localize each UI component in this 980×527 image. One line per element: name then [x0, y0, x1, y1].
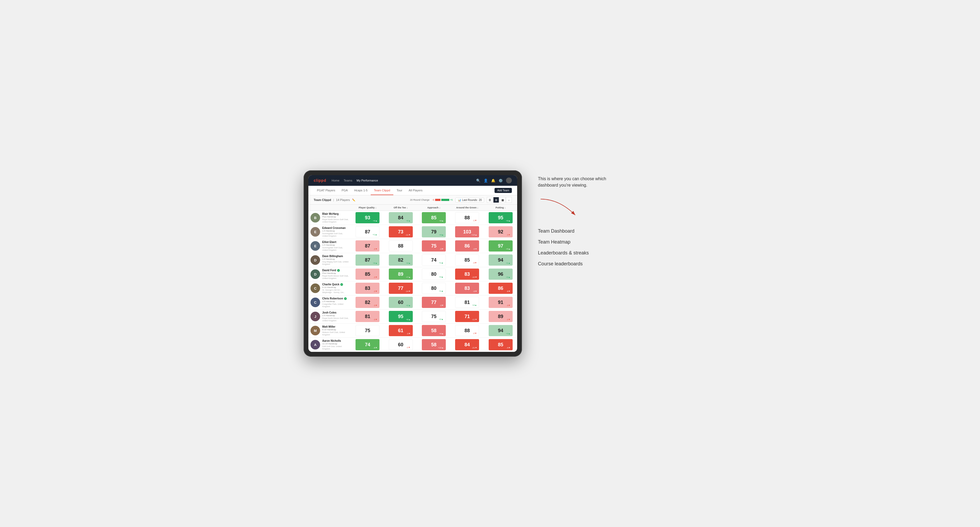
nav-my-performance[interactable]: My Performance [356, 178, 378, 183]
player-name[interactable]: Blair McHarg [322, 213, 349, 215]
avatar[interactable] [506, 178, 512, 183]
tablet-screen: clippd Home Teams My Performance 🔍 👤 🔔 ⚙… [309, 175, 517, 352]
stat-value: 87 [365, 243, 370, 248]
stat-cell-0-4: 95+9▲ [484, 211, 517, 225]
stat-box: 89-2▼ [488, 311, 513, 322]
stat-value: 103 [463, 229, 471, 234]
stat-change: -2▼ [473, 332, 477, 335]
annotation-description: This is where you can choose which dashb… [538, 176, 618, 189]
col-around-green[interactable]: Around the Green ↓ [450, 205, 484, 211]
player-cell-4: DDavid Ford✓Plus HandicapRoyal North Dev… [309, 267, 351, 281]
stat-cell-1-4: 92-3▼ [484, 225, 517, 239]
table-header-row: Player Quality ↓ Off the Tee ↓ Approach … [309, 205, 517, 211]
subnav-pgat[interactable]: PGAT Players [314, 186, 339, 195]
stat-value: 94 [498, 258, 503, 262]
col-off-tee[interactable]: Off the Tee ↓ [384, 205, 417, 211]
player-handicap: Plus Handicap [322, 216, 349, 218]
player-name[interactable]: Charlie Quick✓ [322, 283, 349, 286]
stat-change: -14▼ [405, 290, 410, 292]
stat-cell-3-1: 82+4▲ [384, 253, 417, 267]
player-club: Sunningdale Golf Club, United Kingdom [322, 246, 349, 251]
nav-teams[interactable]: Teams [344, 178, 352, 183]
stat-box: 95+9▲ [488, 212, 513, 223]
view-list-button[interactable]: ☰ [487, 197, 493, 203]
player-cell-5: CCharlie Quick✓6-10 HandicapSt. George's… [309, 281, 351, 295]
stat-change: -6▼ [473, 248, 477, 250]
stat-cell-8-3: 88-2▼ [450, 324, 484, 338]
player-club: Royal North Devon Golf Club, United King… [322, 317, 349, 322]
stat-box: 82-3▼ [355, 297, 379, 308]
stat-cell-3-2: 74+1▲ [417, 253, 450, 267]
edit-icon[interactable]: ✏️ [352, 198, 355, 202]
col-player-quality[interactable]: Player Quality ↓ [351, 205, 384, 211]
stat-value: 83 [465, 272, 470, 276]
table-row: AAaron Nicholls11-15 HandicapDrift Golf … [309, 338, 517, 352]
subnav-tour[interactable]: Tour [393, 186, 405, 195]
player-info: Chris Robertson✓1-5 HandicapCraigmillar … [322, 297, 349, 308]
view-export-button[interactable]: ↓ [506, 197, 512, 203]
add-team-button[interactable]: Add Team [495, 188, 512, 193]
stat-change: -3▼ [506, 234, 511, 236]
verified-badge: ✓ [337, 269, 340, 272]
stat-cell-1-2: 79+9▲ [417, 225, 450, 239]
stat-change: +8▲ [439, 220, 444, 222]
logo[interactable]: clippd [314, 178, 326, 183]
stat-value: 60 [398, 342, 403, 347]
player-name[interactable]: Elliot Ebert [322, 241, 349, 243]
verified-badge: ✓ [340, 283, 343, 286]
stat-box: 91-3▼ [488, 297, 513, 308]
stat-cell-0-1: 84+6▲ [384, 211, 417, 225]
player-name[interactable]: Dave Billingham [322, 255, 349, 258]
settings-icon[interactable]: ⚙️ [498, 179, 503, 183]
stat-value: 95 [398, 314, 403, 319]
player-name[interactable]: Chris Robertson✓ [322, 297, 349, 300]
last-rounds-button[interactable]: 📊 Last Rounds: 20 [455, 197, 484, 203]
player-name[interactable]: Edward Crossman [322, 227, 349, 229]
col-putting[interactable]: Putting ↓ [484, 205, 517, 211]
stat-cell-2-4: 97+5▲ [484, 239, 517, 253]
stat-change: +6▲ [406, 220, 410, 222]
nav-home[interactable]: Home [332, 178, 339, 183]
player-avatar: B [310, 213, 320, 222]
stat-box: 85-3▼ [355, 268, 379, 280]
stat-box: 58+10▲ [422, 339, 446, 350]
nav-bar: clippd Home Teams My Performance 🔍 👤 🔔 ⚙… [309, 175, 517, 186]
stat-change: -11▼ [405, 234, 410, 236]
subnav-hcaps[interactable]: Hcaps 1-5 [351, 186, 371, 195]
stat-change: -3▼ [440, 248, 444, 250]
subnav-team-clippd[interactable]: Team Clippd [371, 186, 393, 195]
stat-cell-9-1: 60-1▼ [384, 338, 417, 352]
subnav-pga[interactable]: PGA [339, 186, 351, 195]
player-name[interactable]: David Ford✓ [322, 269, 349, 272]
bell-icon[interactable]: 🔔 [491, 179, 495, 183]
player-handicap: Plus Handicap [322, 272, 349, 275]
player-club: Gog Magog Golf Club, United Kingdom [322, 260, 349, 265]
search-icon[interactable]: 🔍 [476, 179, 480, 183]
table-row: CCharlie Quick✓6-10 HandicapSt. George's… [309, 281, 517, 295]
player-info: Dave Billingham1-5 HandicapGog Magog Gol… [322, 255, 349, 265]
team-header: Team Clippd | 14 Players ✏️ 20 Round Cha… [309, 195, 517, 205]
stat-value: 77 [398, 286, 403, 290]
view-heatmap-button[interactable]: ▦ [500, 197, 506, 203]
stat-cell-7-3: 71-11▼ [450, 310, 484, 324]
player-avatar: C [310, 284, 320, 293]
stat-value: 97 [498, 243, 503, 248]
stat-change: +10▲ [438, 346, 444, 349]
stat-box: 94+1▲ [488, 254, 513, 266]
round-change-bar: -5 +5 [432, 198, 453, 201]
col-approach[interactable]: Approach ↓ [417, 205, 450, 211]
player-table: Player Quality ↓ Off the Tee ↓ Approach … [309, 205, 517, 352]
user-icon[interactable]: 👤 [484, 179, 488, 183]
player-name[interactable]: Matt Miller [322, 325, 349, 328]
stat-cell-4-0: 85-3▼ [351, 267, 384, 281]
player-info: Blair McHargPlus HandicapRoyal North Dev… [322, 213, 349, 223]
player-cell-6: CChris Robertson✓1-5 HandicapCraigmillar… [309, 295, 351, 310]
player-avatar: D [310, 255, 320, 265]
stat-box: 74+1▲ [422, 254, 446, 266]
subnav-all-players[interactable]: All Players [406, 186, 426, 195]
player-name[interactable]: Josh Coles [322, 311, 349, 314]
view-grid-button[interactable]: ⊞ [493, 197, 499, 203]
player-name[interactable]: Aaron Nicholls [322, 339, 349, 342]
stat-box: 87+1▲ [355, 226, 379, 237]
stat-change: -21▼ [472, 346, 477, 349]
